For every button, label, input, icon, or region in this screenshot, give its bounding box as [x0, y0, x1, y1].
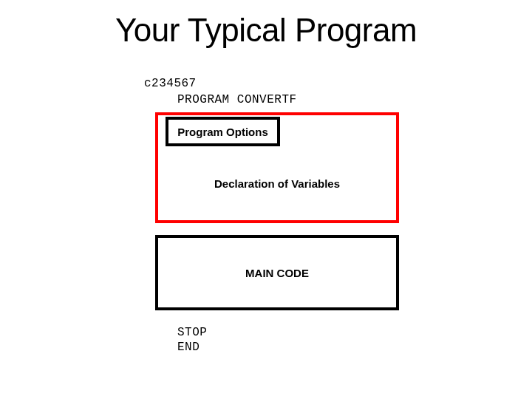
program-statement: PROGRAM CONVERTF	[177, 93, 297, 106]
program-options-label: Program Options	[177, 126, 268, 138]
main-code-box: MAIN CODE	[155, 235, 399, 310]
main-code-label: MAIN CODE	[245, 267, 309, 279]
declaration-label: Declaration of Variables	[214, 177, 340, 190]
column-label: c234567	[144, 77, 197, 90]
stop-end-block: STOP END	[177, 325, 207, 355]
slide: Your Typical Program c234567 PROGRAM CON…	[0, 0, 532, 399]
slide-title: Your Typical Program	[0, 12, 532, 49]
program-options-box: Program Options	[166, 117, 280, 146]
stop-statement: STOP	[177, 325, 207, 340]
end-statement: END	[177, 340, 207, 355]
